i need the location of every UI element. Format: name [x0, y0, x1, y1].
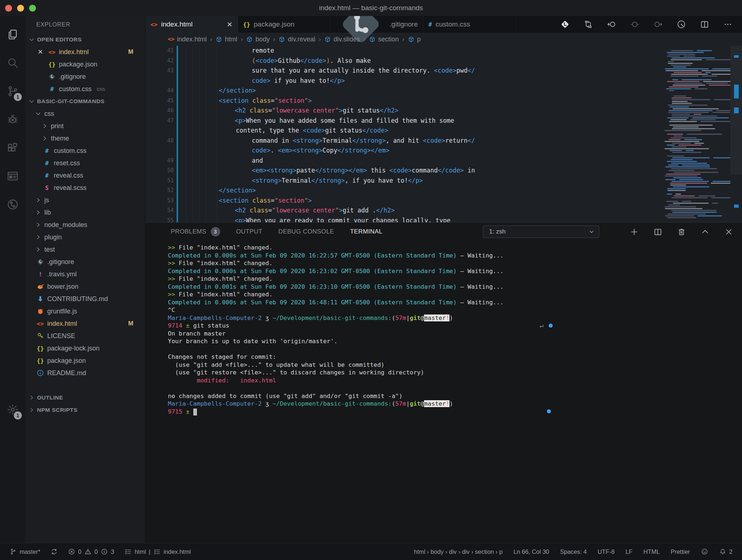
- tree-item-reveal.css[interactable]: #reveal.css: [25, 169, 145, 182]
- project-header[interactable]: BASIC-GIT-COMMANDS: [25, 95, 145, 107]
- tree-item-css[interactable]: css: [25, 107, 145, 120]
- tree-item-reset.css[interactable]: #reset.css: [25, 157, 145, 169]
- tree-item-theme[interactable]: theme: [25, 132, 145, 145]
- tree-item-gruntfile.js[interactable]: gruntfile.js: [25, 305, 145, 317]
- breadcrumb-html[interactable]: html: [215, 36, 237, 43]
- line-number: 44: [145, 86, 176, 96]
- activity-live-preview[interactable]: [0, 162, 25, 190]
- tree-item-plugin[interactable]: plugin: [25, 231, 145, 243]
- terminal-shell-select[interactable]: 1: zsh: [483, 226, 599, 238]
- open-editor-index.html[interactable]: ✕<>index.htmlM: [25, 46, 145, 58]
- status-feedback[interactable]: [701, 548, 708, 555]
- tree-item-print[interactable]: print: [25, 120, 145, 132]
- tree-item-lib[interactable]: lib: [25, 206, 145, 219]
- open-editor-package.json[interactable]: {}package.json: [25, 58, 145, 70]
- split-editor-icon[interactable]: [700, 20, 709, 29]
- activity-source-control[interactable]: 1: [0, 77, 25, 105]
- breadcrumb-section[interactable]: section: [369, 36, 399, 43]
- status-eol[interactable]: LF: [625, 548, 632, 555]
- indent-guide: [206, 46, 206, 222]
- tree-item-node_modules[interactable]: node_modules: [25, 219, 145, 231]
- tab-package.json[interactable]: {}package.json: [238, 16, 331, 33]
- tree-item-.travis.yml[interactable]: !.travis.yml: [25, 268, 145, 280]
- tree-item-package-lock.json[interactable]: {}package-lock.json: [25, 342, 145, 354]
- tree-item-bower.json[interactable]: bower.json: [25, 280, 145, 293]
- tree-item-reveal.scss[interactable]: Sreveal.scss: [25, 182, 145, 194]
- code-line: code>. <em><strong>Copy</strong></em>: [145, 146, 742, 156]
- nav-back-icon[interactable]: [607, 20, 616, 29]
- activity-gitlens[interactable]: [0, 190, 25, 219]
- nav-forward-icon[interactable]: [653, 20, 663, 29]
- file-label: package.json: [59, 61, 97, 68]
- terminal-line: ^C: [168, 306, 742, 314]
- tree-item-custom.css[interactable]: #custom.css: [25, 145, 145, 157]
- more-actions-icon[interactable]: [723, 20, 733, 29]
- compare-changes-icon[interactable]: [584, 20, 593, 29]
- status-selector-path[interactable]: html › body › div › div › section › p: [414, 548, 503, 555]
- line-number: 50: [145, 166, 176, 176]
- file-label: theme: [51, 135, 69, 142]
- breadcrumb-index.html[interactable]: <>index.html: [168, 36, 207, 43]
- close-panel-icon[interactable]: [724, 227, 733, 236]
- timeline-icon[interactable]: [677, 20, 686, 29]
- maximize-panel-icon[interactable]: [701, 227, 710, 236]
- open-editor-.gitignore[interactable]: .gitignore: [25, 70, 145, 83]
- activity-search[interactable]: [0, 49, 25, 77]
- status-git-branch[interactable]: master*: [9, 548, 40, 555]
- status-notifications[interactable]: 2: [719, 548, 733, 555]
- terminal[interactable]: >> File "index.html" changed.Completed i…: [145, 241, 742, 543]
- tree-item-index.html[interactable]: <>index.htmlM: [25, 317, 145, 330]
- new-terminal-icon[interactable]: [630, 227, 639, 236]
- open-editors-header[interactable]: OPEN EDITORS: [25, 33, 145, 46]
- section-npm-scripts[interactable]: NPM SCRIPTS: [25, 404, 145, 416]
- status-text: 0: [78, 548, 81, 555]
- tab-custom.css[interactable]: #custom.css: [423, 16, 516, 33]
- status-sync[interactable]: [51, 548, 58, 555]
- tree-item-CONTRIBUTING.md[interactable]: CONTRIBUTING.md: [25, 293, 145, 305]
- tree-item-package.json[interactable]: {}package.json: [25, 354, 145, 367]
- status-cursor-position[interactable]: Ln 66, Col 30: [513, 548, 549, 555]
- overview-modified-mark: [734, 204, 739, 208]
- chevron-right-icon: [35, 222, 41, 228]
- gitlens-diff-icon[interactable]: [560, 20, 570, 29]
- breadcrumb-body[interactable]: body: [246, 36, 270, 43]
- panel-tab-debug-console[interactable]: DEBUG CONSOLE: [278, 227, 334, 236]
- open-editor-custom.css[interactable]: #custom.csscss: [25, 83, 145, 95]
- panel-tab-output[interactable]: OUTPUT: [236, 227, 262, 236]
- status-formatter[interactable]: Prettier: [671, 548, 690, 555]
- tree-item-test[interactable]: test: [25, 243, 145, 256]
- status-encoding[interactable]: UTF-8: [598, 548, 615, 555]
- activity-badge: 1: [14, 93, 22, 101]
- tree-item-.gitignore[interactable]: .gitignore: [25, 256, 145, 268]
- close-editor-icon[interactable]: ✕: [36, 48, 45, 56]
- tree-item-js[interactable]: js: [25, 194, 145, 206]
- activity-manage[interactable]: 1: [0, 395, 25, 424]
- minimap[interactable]: [663, 46, 730, 222]
- breadcrumb-p[interactable]: p: [408, 36, 421, 43]
- activity-run-debug[interactable]: [0, 105, 25, 134]
- sidebar-explorer: EXPLORER OPEN EDITORS✕<>index.htmlM{}pac…: [25, 16, 145, 543]
- activity-extensions[interactable]: [0, 134, 25, 162]
- tab-.gitignore[interactable]: .gitignore: [331, 16, 423, 33]
- split-terminal-icon[interactable]: [653, 227, 662, 236]
- tree-item-README.md[interactable]: README.md: [25, 367, 145, 379]
- nav-current-icon[interactable]: [630, 20, 640, 29]
- bottom-panel: PROBLEMS3OUTPUTDEBUG CONSOLETERMINAL 1: …: [145, 222, 742, 543]
- code-editor[interactable]: 41remote42(<code>Github</code>). Also ma…: [145, 46, 742, 222]
- status-tasks[interactable]: html|index.html: [124, 548, 191, 555]
- status-indentation[interactable]: Spaces: 4: [560, 548, 586, 555]
- git-file-icon: [48, 73, 56, 81]
- status-problems[interactable]: 003: [68, 548, 114, 555]
- status-language[interactable]: HTML: [644, 548, 660, 555]
- panel-tab-problems[interactable]: PROBLEMS3: [171, 227, 220, 236]
- breadcrumb-div.reveal[interactable]: div.reveal: [278, 36, 315, 43]
- activity-explorer[interactable]: [0, 20, 25, 49]
- breadcrumb-div.slides[interactable]: div.slides: [324, 36, 360, 43]
- tab-index.html[interactable]: <>index.html✕: [145, 16, 238, 33]
- close-tab-icon[interactable]: ✕: [227, 20, 233, 29]
- section-outline[interactable]: OUTLINE: [25, 391, 145, 404]
- panel-tab-terminal[interactable]: TERMINAL: [350, 227, 382, 236]
- tree-item-LICENSE[interactable]: LICENSE: [25, 330, 145, 342]
- breadcrumb-label: html: [225, 36, 237, 43]
- kill-terminal-icon[interactable]: [677, 227, 686, 236]
